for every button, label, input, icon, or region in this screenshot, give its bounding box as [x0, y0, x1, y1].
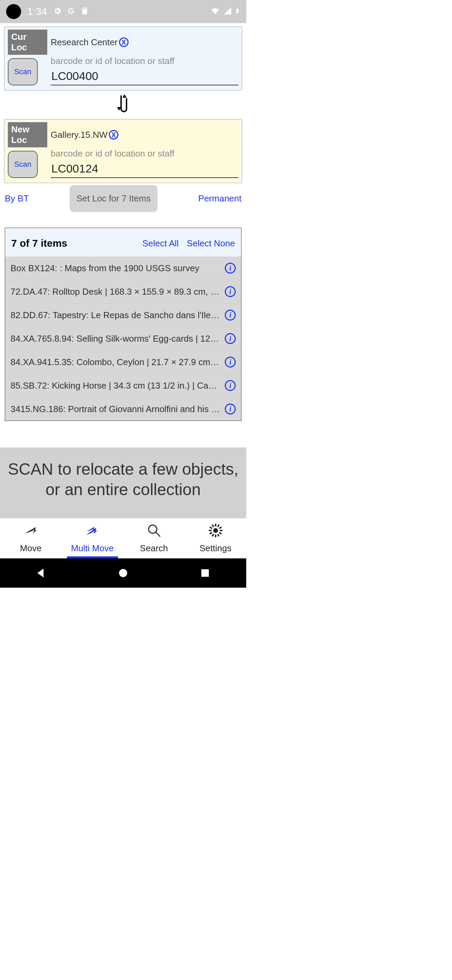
by-bt-link[interactable]: By BT	[5, 193, 29, 204]
permanent-link[interactable]: Permanent	[198, 193, 241, 204]
list-item[interactable]: Box BX124: : Maps from the 1900 USGS sur…	[5, 256, 241, 280]
battery-icon	[235, 6, 240, 17]
items-header: 7 of 7 items Select All Select None	[5, 228, 241, 256]
settings-gear-icon	[53, 6, 62, 17]
info-icon[interactable]	[225, 356, 236, 368]
clear-current-location-icon[interactable]	[119, 37, 128, 47]
item-text: 82.DD.67: Tapestry: Le Repas de Sancho d…	[11, 310, 220, 321]
item-text: 84.XA.765.8.94: Selling Silk-worms' Egg-…	[11, 334, 220, 344]
select-all-link[interactable]: Select All	[142, 238, 179, 249]
scan-current-location-button[interactable]: Scan	[8, 58, 38, 86]
items-list: Box BX124: : Maps from the 1900 USGS sur…	[5, 256, 241, 421]
move-icon	[24, 523, 38, 540]
settings-gear-icon	[208, 523, 223, 540]
info-icon[interactable]	[225, 333, 236, 344]
list-item[interactable]: 72.DA.47: Rolltop Desk | 168.3 × 155.9 ×…	[5, 280, 241, 303]
scan-new-location-button[interactable]: Scan	[8, 151, 38, 178]
camera-cutout	[6, 4, 21, 19]
list-item[interactable]: 3415.NG.186: Portrait of Giovanni Arnolf…	[5, 397, 241, 421]
instruction-banner: SCAN to relocate a few objects, or an en…	[0, 447, 246, 518]
tab-move[interactable]: Move	[0, 518, 62, 558]
info-icon[interactable]	[225, 404, 236, 414]
scan-button-label: Scan	[14, 160, 31, 169]
tab-label: Search	[140, 543, 168, 554]
tab-multi-move[interactable]: Multi Move	[62, 518, 123, 558]
svg-rect-3	[215, 524, 216, 527]
item-text: 72.DA.47: Rolltop Desk | 168.3 × 155.9 ×…	[11, 286, 220, 297]
new-location-card: New Loc Gallery.15.NW Scan barcode or id…	[4, 119, 242, 183]
svg-point-2	[213, 528, 218, 533]
new-location-name: Gallery.15.NW	[51, 130, 108, 140]
current-location-name: Research Center	[51, 37, 118, 48]
svg-rect-5	[201, 569, 209, 577]
swap-locations-icon[interactable]	[115, 93, 131, 115]
svg-point-4	[119, 569, 127, 577]
clear-new-location-icon[interactable]	[109, 130, 118, 140]
item-text: 85.SB.72: Kicking Horse | 34.3 cm (13 1/…	[11, 380, 220, 391]
android-nav-bar	[0, 558, 246, 588]
scan-button-label: Scan	[14, 67, 31, 76]
current-location-card: Cur Loc Research Center Scan barcode or …	[4, 27, 242, 91]
select-none-link[interactable]: Select None	[187, 238, 235, 249]
items-count: 7 of 7 items	[11, 237, 134, 249]
tab-label: Settings	[200, 543, 232, 554]
list-item[interactable]: 82.DD.67: Tapestry: Le Repas de Sancho d…	[5, 303, 241, 327]
info-icon[interactable]	[225, 286, 236, 297]
list-item[interactable]: 84.XA.765.8.94: Selling Silk-worms' Egg-…	[5, 327, 241, 350]
new-location-input[interactable]	[51, 161, 238, 178]
google-g-icon	[67, 6, 76, 17]
info-icon[interactable]	[225, 310, 236, 321]
wifi-icon	[210, 6, 220, 18]
svg-point-0	[149, 525, 157, 533]
bottom-tab-bar: Move Multi Move Search Settings	[0, 518, 246, 558]
info-icon[interactable]	[225, 380, 236, 391]
set-location-button[interactable]: Set Loc for 7 Items	[70, 185, 157, 212]
tab-search[interactable]: Search	[123, 518, 185, 558]
info-icon[interactable]	[225, 263, 236, 274]
tab-label: Move	[20, 543, 42, 554]
new-location-badge: New Loc	[8, 122, 47, 147]
action-row: By BT Set Loc for 7 Items Permanent	[4, 183, 242, 218]
current-location-input[interactable]	[51, 68, 238, 86]
sd-card-icon	[80, 7, 89, 16]
list-item[interactable]: 85.SB.72: Kicking Horse | 34.3 cm (13 1/…	[5, 374, 241, 397]
tab-settings[interactable]: Settings	[185, 518, 246, 558]
android-status-bar: 1:34	[0, 0, 246, 23]
current-location-badge: Cur Loc	[8, 30, 47, 55]
status-time: 1:34	[27, 6, 47, 18]
current-location-hint: barcode or id of location or staff	[51, 56, 238, 66]
tab-label: Multi Move	[71, 543, 114, 554]
nav-recent-icon[interactable]	[199, 567, 211, 579]
search-icon	[147, 523, 162, 540]
multi-move-icon	[85, 523, 100, 540]
item-text: 84.XA.941.5.35: Colombo, Ceylon | 21.7 ×…	[11, 357, 220, 368]
cell-signal-icon	[223, 6, 232, 17]
svg-line-1	[156, 532, 160, 537]
item-text: Box BX124: : Maps from the 1900 USGS sur…	[11, 263, 220, 274]
new-location-hint: barcode or id of location or staff	[51, 148, 238, 159]
nav-back-icon[interactable]	[35, 567, 47, 579]
nav-home-icon[interactable]	[117, 567, 129, 579]
list-item[interactable]: 84.XA.941.5.35: Colombo, Ceylon | 21.7 ×…	[5, 350, 241, 374]
items-panel: 7 of 7 items Select All Select None Box …	[5, 228, 241, 421]
item-text: 3415.NG.186: Portrait of Giovanni Arnolf…	[11, 404, 220, 414]
